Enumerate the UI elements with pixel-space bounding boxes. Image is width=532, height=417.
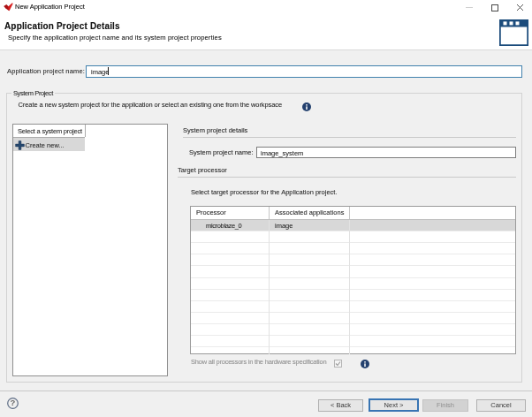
svg-text:?: ? (11, 398, 16, 407)
